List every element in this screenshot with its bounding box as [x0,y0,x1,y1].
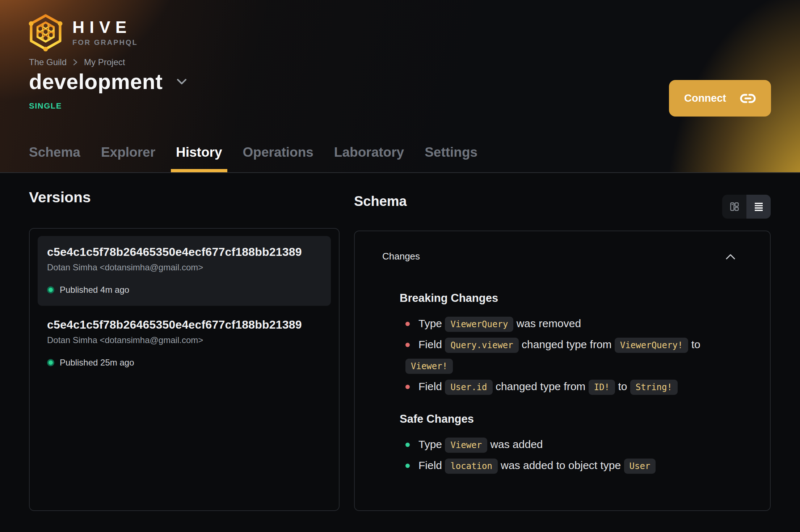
change-item: Type Viewer was added [405,434,710,455]
change-text: Field [418,338,442,350]
schema-view-toggle [722,195,771,219]
page-title: development [29,69,163,94]
published-dot-icon [47,286,54,294]
code-chip: Viewer [445,438,487,453]
change-item: Field User.id changed type from ID! to S… [405,376,710,397]
tab-bar: Schema Explorer History Operations Labor… [29,145,477,172]
target-selector[interactable]: development [29,69,187,94]
version-status-label: Published 4m ago [60,285,129,295]
change-text: Field [418,380,442,392]
change-text: to [618,380,627,392]
code-chip: location [445,459,498,474]
chevron-down-icon [176,78,187,85]
safe-changes-list: Type Viewer was added Field location was… [405,434,710,476]
code-chip: Query.viewer [445,338,518,353]
app-header: HIVE FOR GRAPHQL The Guild My Project de… [0,0,800,173]
changes-panel: Changes Breaking Changes Type ViewerQuer… [354,231,771,511]
breadcrumb: The Guild My Project [29,57,125,67]
change-item: Field location was added to object type … [405,455,710,476]
breaking-changes-heading: Breaking Changes [400,292,770,305]
tab-history[interactable]: History [176,145,222,172]
change-item: Type ViewerQuery was removed [405,313,710,334]
version-author: Dotan Simha <dotansimha@gmail.com> [47,335,321,345]
version-status: Published 25m ago [47,358,321,368]
change-text: Type [418,317,442,329]
code-chip: Viewer! [405,359,453,374]
code-chip: User [624,459,656,474]
connect-label: Connect [684,92,726,104]
changes-title: Changes [382,251,420,262]
connect-button[interactable]: Connect [669,80,771,117]
version-card[interactable]: c5e4c1c5f78b26465350e4ecf677cf188bb21389… [38,236,331,306]
change-text: to [691,338,700,350]
brand-tagline: FOR GRAPHQL [72,38,138,47]
diff-view-button[interactable] [722,195,746,219]
versions-list: c5e4c1c5f78b26465350e4ecf677cf188bb21389… [29,228,340,511]
version-hash: c5e4c1c5f78b26465350e4ecf677cf188bb21389 [47,318,321,332]
chevron-up-icon [725,253,736,260]
collapse-button[interactable] [725,253,736,260]
breadcrumb-chevron-icon [72,58,78,67]
version-status: Published 4m ago [47,285,321,295]
tab-operations[interactable]: Operations [243,145,313,172]
breaking-bullet-icon [405,385,410,389]
changes-collapse-header[interactable]: Changes [355,251,770,262]
code-chip: ViewerQuery [445,317,513,332]
change-text: was added to object type [501,459,621,471]
link-icon [740,93,756,104]
change-text: was added [490,438,543,450]
change-text: changed type from [496,380,585,392]
version-hash: c5e4c1c5f78b26465350e4ecf677cf188bb21389 [47,245,321,259]
change-text: changed type from [522,338,611,350]
schema-heading: Schema [354,194,407,209]
hive-logo-link[interactable]: HIVE FOR GRAPHQL [28,11,138,54]
published-dot-icon [47,359,54,366]
change-text: was removed [517,317,581,329]
hive-honeycomb-icon [28,11,63,54]
breaking-bullet-icon [405,322,410,326]
safe-bullet-icon [405,464,410,468]
brand-text: HIVE FOR GRAPHQL [72,19,138,47]
tab-explorer[interactable]: Explorer [101,145,155,172]
version-status-label: Published 25m ago [60,358,134,368]
version-author: Dotan Simha <dotansimha@gmail.com> [47,262,321,273]
safe-bullet-icon [405,443,410,447]
code-chip: ID! [589,380,615,395]
breaking-changes-list: Type ViewerQuery was removed Field Query… [405,313,710,397]
tab-settings[interactable]: Settings [425,145,477,172]
brand-name: HIVE [72,19,138,35]
change-text: Field [418,459,442,471]
list-view-icon [754,202,764,212]
versions-heading: Versions [29,189,91,206]
list-view-button[interactable] [746,195,771,219]
target-mode-badge: SINGLE [29,101,62,111]
code-chip: User.id [445,380,492,395]
safe-changes-heading: Safe Changes [400,413,770,426]
diff-view-icon [729,202,740,212]
change-text: Type [418,438,442,450]
breadcrumb-org[interactable]: The Guild [29,57,67,67]
code-chip: ViewerQuery! [615,338,688,353]
breaking-bullet-icon [405,343,410,347]
code-chip: String! [630,380,678,395]
tab-schema[interactable]: Schema [29,145,80,172]
version-card[interactable]: c5e4c1c5f78b26465350e4ecf677cf188bb21389… [38,309,331,379]
tab-laboratory[interactable]: Laboratory [334,145,404,172]
change-item: Field Query.viewer changed type from Vie… [405,334,710,376]
breadcrumb-project[interactable]: My Project [84,57,125,67]
